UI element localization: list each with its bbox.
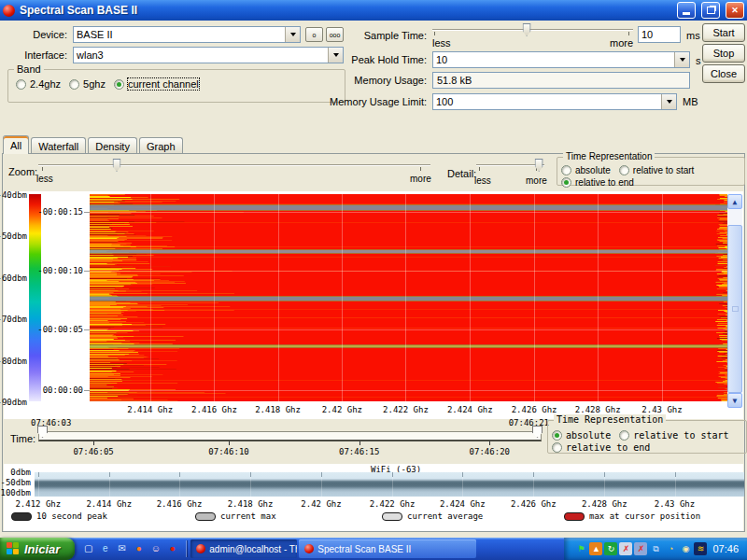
volume-icon[interactable]: ◉: [679, 542, 692, 555]
legend-swatch: [382, 512, 402, 521]
radio-label: 5ghz: [83, 78, 106, 90]
tab-all[interactable]: All: [3, 135, 29, 154]
disconnected-device-icon[interactable]: ✗: [634, 542, 647, 555]
slider-track[interactable]: [38, 164, 430, 165]
tick-mark: [250, 472, 251, 477]
timerep-bottom-relative-to-end[interactable]: relative to end: [552, 442, 650, 453]
radio-icon: [619, 430, 629, 441]
device-combo[interactable]: BASE II: [73, 26, 301, 43]
network-icon[interactable]: ⧉: [649, 542, 662, 555]
radio-label: current channel: [128, 78, 199, 90]
email-icon[interactable]: ✉: [115, 542, 129, 556]
band-current-channel[interactable]: current channel: [114, 78, 199, 90]
tab-density[interactable]: Density: [88, 137, 137, 153]
tab-graph[interactable]: Graph: [139, 137, 183, 153]
legend-current-max: current max: [195, 511, 276, 521]
task-buttons: admin@localhost - Th...Spectral Scan BAS…: [187, 539, 476, 558]
freq-axis-label: 2.43 Ghz: [641, 405, 682, 414]
chevron-down-icon[interactable]: [661, 94, 676, 109]
dbm-scale-label: -80dbm: [0, 357, 27, 366]
tab-waterfall[interactable]: Waterfall: [31, 137, 86, 153]
peak-hold-combo[interactable]: 10: [432, 51, 690, 68]
band-5ghz[interactable]: 5ghz: [69, 78, 106, 90]
graph-scale-label: -50dbm: [0, 478, 31, 487]
memory-limit-combo[interactable]: 100: [432, 93, 677, 110]
time-range-track[interactable]: [38, 431, 542, 441]
sample-time-slider[interactable]: [432, 23, 633, 38]
freq-axis-label: 2.422 Ghz: [370, 499, 416, 509]
graph-legend: 10 second peakcurrent maxcurrent average…: [4, 511, 743, 526]
sample-time-input[interactable]: [638, 26, 681, 43]
memory-usage-field: 51.8 kB: [432, 72, 690, 89]
taskbar-task-spectral-scan-base-i[interactable]: Spectral Scan BASE II: [299, 539, 476, 558]
freq-axis-label: 2.428 Ghz: [575, 405, 621, 414]
timerep-bottom-absolute[interactable]: absolute: [552, 430, 611, 441]
tick-mark: [462, 472, 463, 477]
timerep-top-relative-to-end[interactable]: relative to end: [561, 177, 634, 188]
sample-time-less: less: [432, 37, 451, 49]
detail-slider[interactable]: [476, 159, 544, 174]
waterfall-time-label: 00:00:00: [43, 385, 83, 395]
tray-icons: ⚑▲↻✗✗⧉◔◉≋: [574, 542, 707, 555]
timerep-top-absolute[interactable]: absolute: [561, 165, 611, 175]
download-app-icon[interactable]: ▲: [589, 542, 602, 555]
timerep-top-relative-to-start[interactable]: relative to start: [619, 165, 695, 175]
zoom-label: Zoom:: [8, 166, 37, 177]
tick-mark: [109, 472, 110, 477]
restore-button[interactable]: [701, 2, 720, 19]
taskbar-task-admin-localhost-th-[interactable]: admin@localhost - Th...: [190, 539, 297, 558]
flag-icon[interactable]: ⚑: [574, 542, 587, 555]
sample-time-slider-thumb[interactable]: [523, 23, 531, 36]
messenger-icon[interactable]: ☺: [148, 542, 162, 556]
start-label: Iniciar: [24, 542, 60, 556]
legend-label: 10 second peak: [36, 511, 107, 521]
radio-icon: [561, 177, 571, 188]
scrollbar-thumb[interactable]: [727, 225, 742, 393]
radio-label: relative to end: [566, 442, 650, 453]
timerep-bottom-relative-to-start[interactable]: relative to start: [619, 430, 728, 441]
firefox-icon[interactable]: ●: [132, 542, 146, 556]
band-2-4ghz[interactable]: 2.4ghz: [16, 78, 61, 90]
tick-mark: [42, 167, 43, 171]
close-button[interactable]: Close: [702, 64, 745, 83]
app-red-icon[interactable]: ●: [165, 542, 179, 556]
slider-track[interactable]: [476, 164, 544, 165]
tick-mark: [321, 472, 322, 477]
close-window-button[interactable]: ✕: [726, 2, 744, 19]
peak-hold-label: Peak Hold Time:: [280, 54, 427, 65]
minimize-button[interactable]: [677, 2, 696, 19]
chevron-down-icon[interactable]: [674, 52, 689, 67]
show-desktop-icon[interactable]: ▢: [81, 542, 95, 556]
wireless-icon[interactable]: ≋: [694, 542, 707, 555]
start-menu-button[interactable]: Iniciar: [0, 538, 75, 560]
time-range-end-handle[interactable]: [532, 426, 543, 438]
timerep-bottom-options: absoluterelative to startrelative to end: [552, 430, 746, 455]
scroll-down-icon[interactable]: ▼: [727, 393, 742, 408]
freq-axis-label: 2.412 Ghz: [15, 499, 61, 509]
time-range-start-handle[interactable]: [37, 426, 48, 438]
internet-explorer-icon[interactable]: e: [98, 542, 112, 556]
tick-mark: [38, 472, 39, 477]
app-window: Spectral Scan BASE II ✕ Device: BASE II …: [0, 0, 747, 538]
stop-button[interactable]: Stop: [702, 44, 745, 63]
legend-label: max at cursor position: [589, 511, 700, 521]
slider-track[interactable]: [432, 29, 633, 30]
update-icon[interactable]: ◔: [664, 542, 677, 555]
start-button[interactable]: Start: [702, 23, 745, 42]
graph-plot[interactable]: [35, 472, 744, 497]
time-tick-label: 07:46:10: [208, 447, 248, 456]
zoom-more: more: [410, 174, 431, 184]
waterfall-display[interactable]: [90, 194, 732, 401]
sync-app-icon[interactable]: ↻: [604, 542, 617, 555]
zoom-slider-thumb[interactable]: [113, 159, 121, 172]
waterfall-scale-labels: -40dbm-50dbm-60dbm-70dbm-80dbm-90dbm: [4, 190, 27, 407]
offline-user-icon[interactable]: ✗: [619, 542, 632, 555]
waterfall-canvas[interactable]: [90, 194, 732, 401]
zoom-slider[interactable]: [38, 159, 430, 174]
legend-swatch: [11, 512, 32, 521]
waterfall-scrollbar[interactable]: ▲ ▼: [727, 194, 742, 408]
memory-limit-unit: MB: [683, 96, 698, 107]
device-label: Device:: [9, 29, 67, 40]
scroll-up-icon[interactable]: ▲: [727, 194, 742, 209]
radio-icon: [552, 442, 562, 453]
